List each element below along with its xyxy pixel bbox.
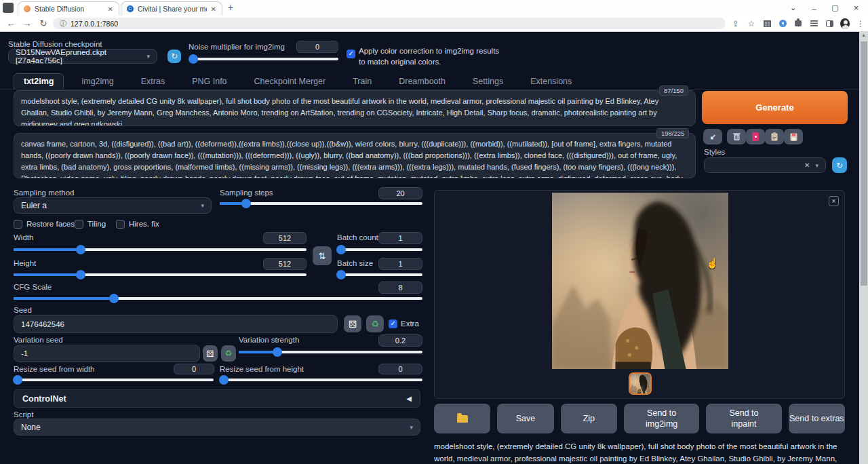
prompt-textarea[interactable]: modelshoot style, (extremely detailed CG… (14, 90, 696, 126)
browser-tab-stable-diffusion[interactable]: Stable Diffusion ✕ (18, 1, 119, 16)
batch-count-value[interactable]: 1 (378, 232, 422, 244)
resize-seed-height-value[interactable]: 0 (378, 364, 422, 374)
bookmark-star-icon[interactable]: ☆ (747, 19, 756, 28)
sampling-steps-value[interactable]: 20 (378, 187, 422, 199)
noise-multiplier-value[interactable]: 0 (296, 41, 338, 53)
clear-styles-icon[interactable]: ✕ (804, 161, 810, 169)
height-value[interactable]: 512 (263, 258, 307, 270)
tab-train[interactable]: Train (343, 74, 381, 89)
hires-fix-checkbox[interactable] (116, 220, 125, 229)
height-slider[interactable] (14, 273, 307, 276)
batch-count-slider[interactable] (337, 248, 422, 251)
seed-input[interactable]: 1476462546 (14, 315, 338, 333)
profile-avatar[interactable] (840, 18, 850, 29)
gallery-close-button[interactable]: × (829, 196, 839, 206)
tab-close-icon[interactable]: ✕ (108, 5, 113, 13)
swap-width-height-button[interactable]: ⇅ (313, 246, 332, 265)
cfg-scale-slider[interactable] (14, 297, 422, 300)
back-icon[interactable]: ← (3, 18, 19, 28)
variation-seed-input[interactable]: -1 (14, 345, 200, 362)
window-edge-icon (3, 3, 14, 13)
tab-close-icon[interactable]: ✕ (211, 5, 216, 13)
save-style-button[interactable] (784, 129, 803, 144)
styles-dropdown[interactable]: ✕ ▾ (704, 157, 826, 173)
tab-extensions[interactable]: Extensions (521, 74, 581, 89)
open-output-folder-button[interactable] (434, 404, 490, 433)
forward-icon[interactable]: → (19, 18, 35, 28)
paste-generation-params-button[interactable]: ↙ (703, 129, 722, 144)
reuse-seed-button[interactable]: ♻ (366, 315, 384, 332)
scrollbar-thumb[interactable] (861, 41, 867, 286)
gallery-thumbnail[interactable] (629, 372, 652, 395)
send-to-img2img-button[interactable]: Send to img2img (624, 404, 699, 433)
random-seed-button[interactable]: ⚄ (344, 315, 361, 332)
sampling-method-dropdown[interactable]: Euler a ▾ (14, 197, 212, 214)
maximize-icon[interactable]: ▢ (825, 3, 846, 12)
extensions-puzzle-icon[interactable] (795, 20, 802, 26)
tab-extras[interactable]: Extras (132, 74, 174, 89)
extension-grid-icon[interactable] (764, 20, 771, 27)
prompt-token-counter: 87/150 (659, 85, 688, 96)
batch-size-value[interactable]: 1 (378, 258, 422, 270)
url-text: 127.0.0.1:7860 (71, 20, 118, 28)
resize-seed-width-value[interactable]: 0 (174, 364, 214, 374)
generate-button[interactable]: Generate (702, 91, 848, 124)
apply-style-button[interactable] (765, 129, 784, 144)
tab-settings[interactable]: Settings (463, 74, 513, 89)
script-dropdown[interactable]: None ▾ (14, 419, 420, 436)
generated-image[interactable] (552, 193, 728, 369)
checkpoint-refresh-button[interactable]: ↻ (167, 50, 181, 63)
page-scrollbar[interactable]: ▲ (859, 32, 868, 464)
tiling-checkbox[interactable] (75, 220, 83, 229)
controlnet-accordion[interactable]: ControlNet ◀ (14, 389, 420, 408)
color-correction-checkbox[interactable] (347, 50, 355, 58)
close-icon[interactable]: × (846, 3, 867, 13)
tab-img2img[interactable]: img2img (72, 74, 123, 89)
save-button[interactable]: Save (497, 404, 553, 433)
reading-list-icon[interactable] (810, 20, 818, 26)
clear-prompt-button[interactable] (727, 129, 746, 144)
chevron-down-icon[interactable]: ⌄ (783, 3, 804, 12)
browser-menu-icon[interactable]: ⋮ (856, 19, 865, 28)
restore-faces-checkbox[interactable] (14, 220, 22, 229)
side-panel-icon[interactable] (826, 20, 833, 27)
send-to-extras-button[interactable]: Send to extras (789, 404, 845, 433)
site-info-icon[interactable]: ⓘ (60, 19, 66, 28)
tab-dreambooth[interactable]: Dreambooth (389, 74, 455, 89)
extra-seed-checkbox[interactable] (389, 320, 397, 328)
cfg-scale-value[interactable]: 8 (378, 282, 422, 294)
styles-refresh-button[interactable]: ↻ (832, 157, 847, 173)
trash-icon (733, 132, 741, 141)
width-value[interactable]: 512 (263, 232, 307, 244)
tab-checkpoint-merger[interactable]: Checkpoint Merger (245, 74, 336, 89)
width-slider[interactable] (14, 248, 307, 251)
tiling-label: Tiling (87, 220, 106, 228)
tab-txt2img[interactable]: txt2img (14, 73, 64, 89)
batch-size-slider[interactable] (337, 273, 422, 276)
reload-icon[interactable]: ↻ (35, 18, 52, 28)
zip-button[interactable]: Zip (561, 404, 617, 433)
minimize-icon[interactable]: – (804, 4, 825, 12)
style-card-button[interactable] (746, 129, 765, 144)
floppy-save-icon (790, 133, 797, 141)
noise-multiplier-slider[interactable] (190, 58, 338, 60)
browser-tab-civitai[interactable]: C Civitai | Share your models ✕ (121, 1, 222, 16)
browser-toolbar: ← → ↻ ⓘ 127.0.0.1:7860 ⇪ ☆ ⋮ (0, 16, 868, 32)
checkpoint-dropdown[interactable]: SD15NewVAEpruned.ckpt [27a4ac756c] ▾ (8, 49, 157, 64)
extension-blue-dot-icon[interactable] (779, 20, 787, 27)
new-tab-button[interactable]: + (224, 2, 237, 14)
reuse-variation-seed-button[interactable]: ♻ (221, 345, 236, 362)
variation-strength-slider[interactable] (239, 351, 422, 353)
negative-prompt-textarea[interactable]: canvas frame, cartoon, 3d, ((disfigured)… (14, 133, 696, 178)
send-to-inpaint-button[interactable]: Send to inpaint (706, 404, 781, 433)
variation-strength-value[interactable]: 0.2 (378, 334, 422, 347)
share-icon[interactable]: ⇪ (731, 19, 741, 28)
scroll-up-icon[interactable]: ▲ (859, 33, 868, 37)
random-variation-seed-button[interactable]: ⚄ (203, 345, 218, 362)
tab-png-info[interactable]: PNG Info (182, 74, 236, 89)
sampling-steps-slider[interactable] (220, 202, 422, 205)
close-icon: × (832, 197, 836, 205)
address-bar[interactable]: ⓘ 127.0.0.1:7860 (53, 18, 726, 29)
resize-seed-height-slider[interactable] (220, 379, 422, 381)
resize-seed-width-slider[interactable] (14, 379, 214, 381)
